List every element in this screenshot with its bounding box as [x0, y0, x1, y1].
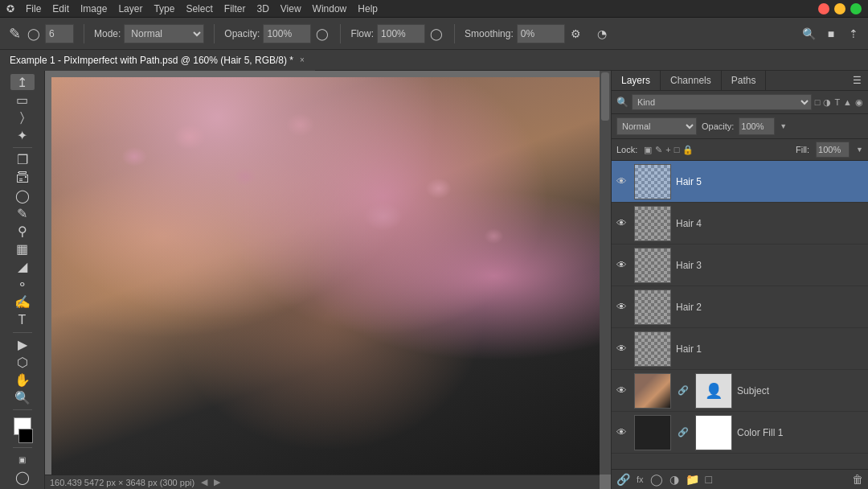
smoothing-settings-icon[interactable]: ⚙ [568, 26, 584, 42]
add-mask-icon[interactable]: ◯ [650, 473, 663, 486]
eraser-tool[interactable]: ▦ [10, 240, 35, 257]
background-color[interactable] [18, 429, 33, 443]
canvas-area[interactable]: 160.439 5472 px × 3648 px (300 ppi) ◀ ▶ [45, 71, 611, 489]
path-selection-tool[interactable]: ▶ [10, 336, 35, 352]
shape-tool[interactable]: ⬡ [10, 354, 35, 370]
lasso-tool[interactable]: 〉 [10, 109, 35, 125]
type-filter-icon[interactable]: T [834, 97, 840, 107]
menu-filter[interactable]: Filter [224, 3, 246, 14]
delete-layer-icon[interactable]: 🗑 [852, 473, 863, 486]
pen-tool[interactable]: ✍ [10, 294, 35, 310]
spot-healing-tool[interactable]: ◯ [10, 187, 35, 203]
fill-input[interactable] [816, 142, 850, 158]
layer-visibility-eye[interactable]: 👁 [616, 175, 629, 187]
eyedropper-tool[interactable]: 🖆 [10, 170, 35, 186]
brush-options-icon[interactable]: ◯ [26, 26, 42, 42]
canvas-tab[interactable]: Example 1 - PixImperfect with Path.psd @… [0, 50, 315, 71]
smoothing-input[interactable] [517, 24, 565, 43]
layer-visibility-eye[interactable]: 👁 [616, 426, 629, 438]
angle-icon[interactable]: ◔ [594, 26, 610, 42]
lock-all-icon[interactable]: 🔒 [682, 145, 694, 155]
clone-stamp-tool[interactable]: ⚲ [10, 223, 35, 239]
move-tool[interactable]: ↥ [10, 74, 35, 90]
menu-3d[interactable]: 3D [256, 3, 268, 14]
lock-transparent-icon[interactable]: ▣ [644, 145, 652, 155]
subject-mask-thumb: 👤 [696, 374, 731, 408]
menu-type[interactable]: Type [154, 3, 174, 14]
layer-thumbnail-photo [634, 373, 671, 409]
dodge-tool[interactable]: ⚬ [10, 276, 35, 292]
layer-row[interactable]: 👁 Hair 1 [612, 328, 868, 370]
menu-edit[interactable]: Edit [52, 3, 69, 14]
menu-image[interactable]: Image [80, 3, 107, 14]
menu-help[interactable]: Help [358, 3, 378, 14]
layer-name: Hair 4 [676, 218, 702, 229]
new-adjustment-icon[interactable]: ◑ [669, 473, 679, 486]
new-group-icon[interactable]: 📁 [686, 473, 699, 486]
lock-image-icon[interactable]: ✎ [655, 145, 662, 155]
marquee-tool[interactable]: ▭ [10, 92, 35, 108]
tab-layers[interactable]: Layers [612, 71, 661, 90]
panel-menu-button[interactable]: ☰ [846, 72, 868, 89]
new-layer-icon[interactable]: □ [706, 473, 712, 486]
share-icon[interactable]: ⇡ [845, 26, 862, 42]
layer-visibility-eye[interactable]: 👁 [616, 259, 629, 271]
flow-pressure-icon[interactable]: ◯ [428, 26, 444, 42]
tab-close-button[interactable]: × [300, 55, 305, 64]
menu-layer[interactable]: Layer [118, 3, 142, 14]
pixel-filter-icon[interactable]: □ [815, 97, 821, 107]
kind-select[interactable]: Kind [632, 94, 812, 110]
layer-row[interactable]: 👁 🔗 Color Fill 1 [612, 412, 868, 454]
mode-select[interactable]: Normal Multiply Screen [124, 24, 204, 43]
gradient-tool[interactable]: ◢ [10, 258, 35, 274]
layer-fx-icon[interactable]: fx [637, 475, 644, 484]
lock-position-icon[interactable]: + [665, 145, 670, 154]
layer-row[interactable]: 👁 🔗 👤 Subject [612, 370, 868, 412]
flow-input[interactable] [377, 24, 425, 43]
hand-tool[interactable]: ✋ [10, 372, 35, 388]
brush-size-input[interactable] [45, 24, 74, 43]
link-layers-icon[interactable]: 🔗 [616, 473, 630, 486]
minimize-button[interactable] [834, 3, 845, 14]
brush-tool[interactable]: ✎ [10, 205, 35, 221]
layer-thumbnail [634, 164, 671, 199]
layer-row[interactable]: 👁 Hair 4 [612, 203, 868, 244]
layer-visibility-eye[interactable]: 👁 [616, 343, 629, 355]
maximize-button[interactable] [850, 3, 862, 14]
layer-row[interactable]: 👁 Hair 5 [612, 161, 868, 203]
layer-visibility-eye[interactable]: 👁 [616, 384, 629, 397]
layer-row[interactable]: 👁 Hair 3 [612, 244, 868, 286]
close-button[interactable] [818, 3, 829, 14]
crop-tool[interactable]: ❐ [10, 152, 35, 168]
screen-mode-tool[interactable]: ◯ [10, 470, 35, 486]
fill-dropdown-arrow[interactable]: ▼ [856, 146, 863, 154]
layer-visibility-eye[interactable]: 👁 [616, 217, 629, 229]
layer-visibility-eye[interactable]: 👁 [616, 301, 629, 313]
opacity-dropdown-arrow[interactable]: ▼ [780, 122, 787, 130]
arrange-icon[interactable]: ■ [823, 26, 839, 42]
opacity-input[interactable] [739, 117, 775, 135]
search-icon[interactable]: 🔍 [800, 26, 817, 42]
tab-paths[interactable]: Paths [722, 71, 767, 90]
type-tool[interactable]: T [10, 311, 35, 327]
brush-tool-icon[interactable]: ✎ [6, 26, 23, 42]
menu-file[interactable]: File [26, 3, 41, 14]
zoom-tool[interactable]: 🔍 [10, 389, 35, 405]
adjustment-filter-icon[interactable]: ◑ [823, 97, 831, 108]
vertical-scrollbar-thumb[interactable] [601, 72, 609, 121]
shape-filter-icon[interactable]: ▲ [843, 97, 852, 107]
vertical-scrollbar[interactable] [600, 71, 611, 475]
menu-select[interactable]: Select [186, 3, 212, 14]
menu-view[interactable]: View [280, 3, 301, 14]
quick-mask-tool[interactable]: ▣ [10, 452, 35, 468]
tab-channels[interactable]: Channels [661, 71, 722, 90]
smart-filter-icon[interactable]: ◉ [855, 97, 863, 108]
menu-ps[interactable]: ✪ [6, 3, 14, 14]
lock-artboard-icon[interactable]: □ [674, 145, 680, 154]
layer-row[interactable]: 👁 Hair 2 [612, 286, 868, 328]
opacity-input[interactable] [263, 24, 311, 43]
blend-mode-select[interactable]: Normal Multiply Screen [616, 117, 697, 135]
opacity-pressure-icon[interactable]: ◯ [314, 26, 330, 42]
magic-wand-tool[interactable]: ✦ [10, 127, 35, 143]
menu-window[interactable]: Window [313, 3, 347, 14]
